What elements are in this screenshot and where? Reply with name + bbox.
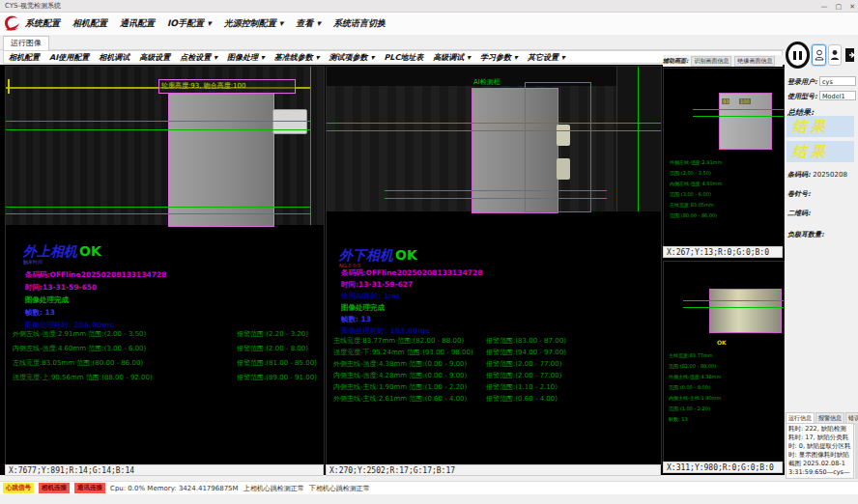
thumb-text-line: 范围:(3.00 - 6.00) — [670, 189, 722, 200]
user-filled-icon — [830, 49, 840, 61]
minimize-icon[interactable]: — — [821, 3, 828, 11]
ai-box-label: AI检测框 — [473, 77, 500, 87]
aux-bottom-coords: X:311;Y:980;R:0;G:0;B:0 — [663, 462, 783, 473]
measure-line — [327, 123, 661, 124]
measurement-row: 外侧左线-强度:2.91mm 范围:(2.00 - 3.50)报警范围:(2.2… — [13, 329, 322, 344]
thumb-text-line: 帧数: 13 — [669, 414, 721, 425]
tab-run-image[interactable]: 运行图像 — [3, 36, 49, 50]
aux-view-bottom[interactable]: OK 主线宽度:83.77mm范围:(82.00 - 88.00)外侧主线-强度… — [663, 261, 785, 463]
measure-value: 外侧主线-强度:4.38mm 范围:(0.00 - 9.00) — [333, 359, 467, 369]
menu-items: 系统配置相机配置通讯配置IO手配置 ▾光源控制配置 ▾查看 ▾系统语言切换 — [25, 13, 386, 35]
toolbar-item[interactable]: 相机配置 — [9, 52, 40, 63]
measure-value: 左线宽度:83.05mm 范围:(80.00 - 86.00) — [13, 358, 143, 368]
camera-view-lower[interactable]: AI检测框 外下相机OK NG:0:0:0 条码码:OFFline2025020… — [326, 66, 662, 465]
control-panel: 登录用户: cys 使用型号: Model1 总结果: 结果 结果 条码码: 2… — [785, 39, 858, 480]
vertical-measure-line — [310, 67, 311, 225]
login-label: 登录用户: — [787, 77, 817, 87]
thumb-text-line: 内侧主线-主线:1.90mm — [669, 393, 721, 404]
measure-line — [327, 130, 661, 131]
measure-line — [6, 121, 311, 122]
toolbar-item[interactable]: AI使用配置 — [49, 52, 89, 63]
toolbar-item[interactable]: 高级调试 ▾ — [433, 52, 471, 63]
menu-item[interactable]: 相机配置 — [72, 17, 107, 30]
aux-view-top[interactable]: 93 100 外侧左线-强度:2.91mm范围:(2.00 - 3.50)内侧左… — [663, 68, 785, 248]
process-done-text: 图像处理完成 — [25, 295, 69, 305]
toolbar-item[interactable]: 图像处理 ▾ — [227, 52, 265, 63]
measure-line — [693, 116, 784, 117]
menu-item[interactable]: 查看 ▾ — [296, 17, 321, 30]
measurement-row: 内侧左线-强度:4.60mm 范围:(3.00 - 6.00)报警范围:(2.0… — [13, 344, 322, 358]
result-badge-upper: 结果 — [786, 116, 854, 137]
aux-tab-recognition[interactable]: 识别画面信息 — [691, 56, 731, 67]
measurement-list: 外侧左线-强度:2.91mm 范围:(2.00 - 3.50)报警范围:(2.2… — [13, 329, 322, 387]
measurement-row: 主线宽度:83.77mm 范围:(82.00 - 88.00)报警范围:(83.… — [333, 336, 660, 348]
pause-button[interactable] — [786, 42, 810, 69]
close-icon[interactable]: ✕ — [849, 3, 855, 11]
measure-line — [385, 198, 607, 199]
left-view-coords: X:7677;Y:891;R:14;G:14;B:14 — [5, 464, 324, 476]
time-text: 时间:13-31-59-627 — [341, 280, 413, 290]
measure-value: 强度宽度-下:95.24mm 范围:(93.00 - 98.00) — [333, 348, 473, 357]
tab-strip — [0, 35, 858, 50]
barcode-text: 条码码:OFFline20250208133134728 — [341, 268, 482, 278]
edge-marker — [8, 79, 10, 94]
camera-view-upper[interactable]: 轮廓高度:93, 吻合高度:100 外上相机OK 触发时间 条码码:OFFlin… — [5, 66, 325, 465]
toolbar-item[interactable]: PLC地址表 — [384, 52, 423, 63]
menu-item[interactable]: 系统语言切换 — [333, 17, 386, 30]
alarm-range: 报警范围:(81.00 - 85.00) — [237, 358, 317, 368]
alarm-range: 报警范围:(0.60 - 4.00) — [486, 394, 558, 404]
model-label: 使用型号: — [787, 92, 817, 101]
barcode-text: 条码码:OFFline20250208133134728 — [25, 270, 166, 280]
alarm-range: 报警范围:(2.00 - 77.00) — [486, 371, 561, 380]
user-login-button[interactable] — [812, 44, 825, 66]
model-field[interactable]: Model1 — [819, 91, 856, 100]
camera-name: 外下相机 — [339, 247, 393, 263]
mid-view-coords: X:270;Y:2502;R:17;G:17;B:17 — [326, 464, 661, 476]
window-controls: — ▢ ✕ — [821, 0, 856, 13]
measurement-row: 强度宽度-上:90.56mm 范围:(88.00 - 92.00)报警范围:(8… — [13, 373, 322, 387]
lower-heartbeat-text: 下相机心跳检测正常 — [309, 484, 370, 493]
toolbar-item[interactable]: 学习参数 ▾ — [480, 52, 518, 63]
connector-part — [272, 109, 307, 134]
measure-line — [683, 307, 784, 308]
measure-value: 内侧左线-强度:4.60mm 范围:(3.00 - 6.00) — [13, 344, 146, 353]
menu-item[interactable]: 光源控制配置 ▾ — [224, 17, 284, 30]
frame-count-text: 帧数: 13 — [341, 315, 371, 324]
user-switch-button[interactable] — [828, 44, 842, 66]
toolbar-item[interactable]: 测试项参数 ▾ — [329, 52, 375, 63]
exit-button[interactable] — [844, 45, 857, 65]
fixture-column — [616, 67, 662, 211]
thumb-text-line: 范围:(1.00 - 2.20) — [669, 404, 721, 414]
login-user-field[interactable]: cys — [819, 76, 856, 86]
barcode-label: 条码码: 20250208 — [787, 170, 847, 180]
thumb-text-line: 内侧左线-强度:4.60mm — [670, 179, 722, 189]
toolbar-item[interactable]: 其它设置 ▾ — [528, 52, 565, 63]
maximize-icon[interactable]: ▢ — [836, 3, 843, 11]
aux-tab-insulation[interactable]: 绝缘画面信息 — [734, 56, 775, 67]
measurement-row: 强度宽度-下:95.24mm 范围:(93.00 - 98.00)报警范围:(9… — [333, 348, 660, 359]
trigger-subtext: 触发时间 — [23, 259, 43, 265]
thumb-text-line: 左线宽度:83.05mm — [670, 200, 722, 210]
app-window: CYS-视觉检测系统 — ▢ ✕ 系统配置相机配置通讯配置IO手配置 ▾光源控制… — [0, 0, 858, 504]
vertical-measure-line — [638, 67, 639, 211]
toolbar-item[interactable]: 相机调试 — [99, 52, 129, 63]
alarm-range: 报警范围:(1.10 - 2.10) — [486, 382, 558, 392]
measure-line — [6, 207, 311, 208]
overlay-result-box: 轮廓高度:93, 吻合高度:100 — [158, 79, 296, 94]
toolbar-item[interactable]: 点检设置 ▾ — [180, 52, 217, 63]
thumb-text-line: 外侧左线-强度:2.91mm — [670, 157, 722, 168]
aux-top-coords: X:267;Y:13;R:0;G:0;B:0 — [663, 246, 783, 258]
toolbar-item[interactable]: 高级设置 — [139, 52, 170, 63]
comm-link-badge: 通讯连接 — [74, 483, 105, 493]
menu-item[interactable]: IO手配置 ▾ — [167, 17, 212, 30]
menu-item[interactable]: 系统配置 — [25, 17, 60, 30]
app-logo-icon — [3, 14, 20, 33]
measurement-row: 外侧主线-主线:2.61mm 范围:(0.60 - 4.00)报警范围:(0.6… — [333, 394, 660, 406]
overlay-mark: 93 — [722, 98, 729, 104]
ok-status: OK — [395, 247, 417, 263]
measure-value: 外侧主线-主线:2.61mm 范围:(0.60 - 4.00) — [333, 394, 467, 404]
log-textbox[interactable]: 耗时: 222, 缺陷检测耗时: 17, 缺陷分类耗时: 0, 缺陷提取分区耗时… — [786, 423, 854, 479]
menu-item[interactable]: 通讯配置 — [120, 17, 155, 30]
toolbar-item[interactable]: 基准线参数 ▾ — [274, 52, 320, 63]
measurement-list: 主线宽度:83.77mm 范围:(82.00 - 88.00)报警范围:(83.… — [333, 336, 660, 406]
